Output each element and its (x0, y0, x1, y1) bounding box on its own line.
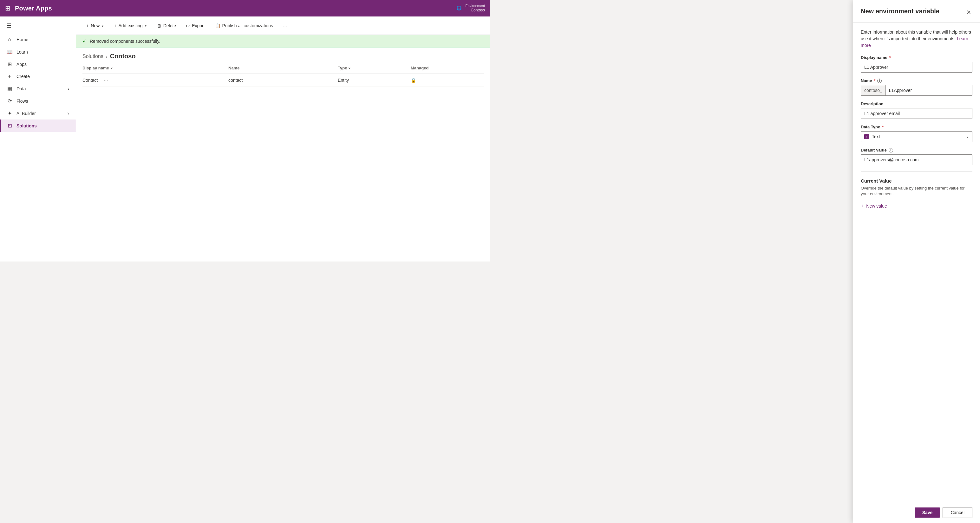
row-more-button[interactable]: ··· (104, 78, 108, 83)
add-existing-label: Add existing (118, 23, 142, 28)
col-type-sort-icon: ∨ (348, 66, 350, 70)
create-icon: + (6, 73, 13, 79)
env-label: Environment (465, 3, 485, 8)
sidebar-item-label: Solutions (16, 123, 37, 128)
data-chevron-icon: ∨ (67, 87, 70, 90)
row-name: contact (228, 78, 338, 83)
col-display-name[interactable]: Display name ∨ (83, 66, 228, 70)
col-managed-label: Managed (411, 66, 428, 70)
more-button[interactable]: ... (279, 20, 291, 31)
table-row[interactable]: Contact ··· contact Entity 🔒 (83, 74, 484, 87)
row-managed: 🔒 (411, 78, 484, 83)
row-display-name: Contact ··· (83, 78, 228, 83)
sidebar-item-label: Home (16, 37, 28, 42)
app-title: Power Apps (15, 5, 52, 12)
ai-builder-chevron-icon: ∨ (67, 112, 70, 115)
row-type: Entity (338, 78, 411, 83)
row-name-text: contact (228, 78, 243, 83)
solutions-icon: ⊡ (6, 123, 13, 129)
home-icon: ⌂ (6, 37, 13, 43)
main-layout: ☰ ⌂ Home 📖 Learn ⊞ Apps + Create ▦ Data … (0, 16, 490, 262)
sidebar-item-data[interactable]: ▦ Data ∨ (0, 82, 76, 95)
success-message: Removed components successfully. (90, 39, 160, 44)
sidebar-item-label: AI Builder (16, 111, 36, 116)
success-banner: ✓ Removed components successfully. (76, 35, 490, 48)
sidebar-item-label: Flows (16, 98, 28, 104)
export-label: Export (192, 23, 205, 28)
apps-icon: ⊞ (6, 61, 13, 67)
env-name: Contoso (471, 8, 485, 13)
export-icon: ↦ (186, 23, 190, 28)
delete-icon: 🗑 (157, 23, 161, 28)
delete-button[interactable]: 🗑 Delete (153, 21, 180, 30)
sidebar-item-learn[interactable]: 📖 Learn (0, 46, 76, 58)
plus-icon: + (86, 23, 89, 28)
export-button[interactable]: ↦ Export (182, 21, 208, 30)
sidebar-item-label: Data (16, 86, 26, 91)
col-managed: Managed (411, 66, 484, 70)
new-label: New (91, 23, 100, 28)
breadcrumb-current: Contoso (110, 52, 136, 60)
table-area: Display name ∨ Name Type ∨ Managed Conta… (76, 62, 490, 262)
environment-info[interactable]: Environment Contoso (465, 3, 485, 13)
publish-icon: 📋 (215, 23, 220, 28)
col-sort-icon: ∨ (110, 66, 113, 70)
delete-label: Delete (163, 23, 176, 28)
learn-icon: 📖 (6, 49, 13, 55)
sidebar-item-label: Learn (16, 49, 28, 54)
main-content: + New ∨ + Add existing ∨ 🗑 Delete ↦ Expo… (76, 16, 490, 262)
add-existing-button[interactable]: + Add existing ∨ (110, 21, 150, 30)
publish-label: Publish all customizations (222, 23, 273, 28)
flows-icon: ⟳ (6, 98, 13, 104)
globe-icon: 🌐 (457, 6, 461, 11)
table-header: Display name ∨ Name Type ∨ Managed (83, 62, 484, 74)
ai-builder-icon: ✦ (6, 110, 13, 116)
sidebar-item-create[interactable]: + Create (0, 70, 76, 82)
sidebar-item-home[interactable]: ⌂ Home (0, 33, 76, 46)
row-type-text: Entity (338, 78, 349, 83)
header-right: 🌐 Environment Contoso (457, 3, 485, 13)
lock-icon: 🔒 (411, 78, 416, 83)
col-name: Name (228, 66, 338, 70)
breadcrumb: Solutions › Contoso (76, 48, 490, 62)
col-name-label: Name (228, 66, 239, 70)
add-existing-plus-icon: + (114, 23, 116, 28)
breadcrumb-separator: › (106, 54, 108, 59)
toolbar: + New ∨ + Add existing ∨ 🗑 Delete ↦ Expo… (76, 16, 490, 35)
sidebar-item-flows[interactable]: ⟳ Flows (0, 95, 76, 107)
sidebar-item-label: Apps (16, 62, 27, 67)
sidebar-item-label: Create (16, 74, 30, 79)
breadcrumb-parent[interactable]: Solutions (83, 54, 103, 59)
new-chevron-icon: ∨ (102, 24, 104, 27)
row-display-name-text: Contact (83, 78, 98, 83)
hamburger-icon: ☰ (6, 22, 11, 29)
waffle-icon[interactable]: ⊞ (5, 5, 11, 12)
add-existing-chevron-icon: ∨ (145, 24, 147, 27)
publish-button[interactable]: 📋 Publish all customizations (211, 21, 277, 30)
sidebar: ☰ ⌂ Home 📖 Learn ⊞ Apps + Create ▦ Data … (0, 16, 76, 262)
col-type[interactable]: Type ∨ (338, 66, 411, 70)
success-icon: ✓ (83, 38, 87, 44)
sidebar-item-ai-builder[interactable]: ✦ AI Builder ∨ (0, 107, 76, 119)
col-type-label: Type (338, 66, 347, 70)
sidebar-item-apps[interactable]: ⊞ Apps (0, 58, 76, 70)
hamburger-button[interactable]: ☰ (0, 19, 76, 32)
data-icon: ▦ (6, 86, 13, 92)
col-display-name-label: Display name (83, 66, 109, 70)
new-button[interactable]: + New ∨ (83, 21, 108, 30)
app-header: ⊞ Power Apps 🌐 Environment Contoso (0, 0, 490, 16)
sidebar-item-solutions[interactable]: ⊡ Solutions (0, 119, 76, 132)
